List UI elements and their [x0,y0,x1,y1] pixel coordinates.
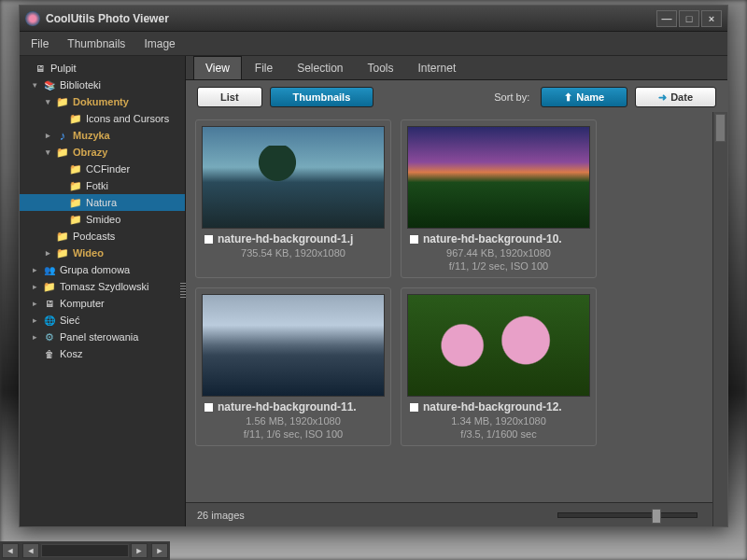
monitor-icon [33,62,48,75]
thumbnail-name: nature-hd-background-10. [423,232,588,245]
thumbnail-card[interactable]: nature-hd-background-1.j 735.54 KB, 1920… [195,119,391,278]
tree-komputer[interactable]: ▸Komputer [20,295,185,312]
computer-icon [42,297,57,310]
sort-by-label: Sort by: [494,91,529,103]
tree-dokumenty[interactable]: ▾Dokumenty [20,93,185,110]
tree-pulpit[interactable]: Pulpit [20,60,185,77]
thumbnail-image[interactable] [202,126,385,229]
tab-file[interactable]: File [244,57,284,79]
maximize-button[interactable]: □ [679,10,699,27]
folder-icon [68,179,83,192]
slider-knob[interactable] [652,509,661,524]
thumbnails-view-button[interactable]: Thumbnails [270,87,374,107]
music-icon [55,129,70,142]
thumbnail-image[interactable] [407,126,590,229]
tree-siec[interactable]: ▸Sieć [20,312,185,329]
thumbnail-info: 1.34 MB, 1920x1080 [409,415,588,427]
tree-podcasts[interactable]: Podcasts [20,228,185,245]
tree-grupa[interactable]: ▸Grupa domowa [20,261,185,278]
tree-kosz[interactable]: Kosz [20,345,185,362]
tab-internet[interactable]: Internet [407,57,468,79]
menubar: File Thumbnails Image [20,32,727,56]
folder-icon [68,196,83,209]
scroll-left-button[interactable]: ◄ [2,543,19,558]
main-tabs: View File Selection Tools Internet [186,56,727,80]
thumbnail-card[interactable]: nature-hd-background-11. 1.56 MB, 1920x1… [195,287,391,446]
menu-thumbnails[interactable]: Thumbnails [67,37,125,50]
app-window: CoolUtils Photo Viewer — □ × File Thumbn… [19,5,728,527]
thumbnail-name: nature-hd-background-12. [423,400,588,413]
titlebar[interactable]: CoolUtils Photo Viewer — □ × [20,6,727,32]
tree-biblioteki[interactable]: ▾Biblioteki [20,77,185,93]
folder-icon [68,162,83,175]
scroll-right-button[interactable]: ► [151,543,168,558]
folder-icon [55,146,70,159]
tree-natura[interactable]: Natura [20,194,185,211]
zoom-slider[interactable] [557,512,698,518]
thumbnail-grid: nature-hd-background-1.j 735.54 KB, 1920… [186,114,727,502]
scrollbar-thumb[interactable] [715,114,726,142]
main-panel: View File Selection Tools Internet List … [186,56,727,526]
sort-date-button[interactable]: Date [635,87,716,107]
thumbnail-exif: f/11, 1/6 sec, ISO 100 [204,428,383,440]
trash-icon [42,347,57,360]
group-icon [42,263,57,276]
tree-tomasz[interactable]: ▸Tomasz Szydlowski [20,278,185,295]
thumbnail-info: 967.44 KB, 1920x1080 [409,247,588,259]
toolbar: List Thumbnails Sort by: Name Date [186,80,727,114]
thumbnail-name: nature-hd-background-11. [218,400,383,413]
image-count: 26 images [197,510,557,521]
folder-icon [55,230,70,243]
thumbnail-info: 735.54 KB, 1920x1080 [204,247,383,259]
tab-selection[interactable]: Selection [286,57,354,79]
tree-ccfinder[interactable]: CCFinder [20,161,185,177]
arrow-up-icon [564,91,572,104]
scroll-right-button[interactable]: ► [131,543,148,558]
scroll-track[interactable] [41,544,129,557]
folder-icon [68,213,83,226]
tree-obrazy[interactable]: ▾Obrazy [20,144,185,161]
bottom-scrollbar: ◄ ◄ ► ► [0,541,170,560]
library-icon [42,78,57,91]
folder-icon [42,280,57,293]
arrow-right-icon [658,91,667,104]
tab-tools[interactable]: Tools [357,57,405,79]
thumbnail-exif: f/11, 1/2 sec, ISO 100 [409,260,588,272]
app-icon [25,11,40,26]
tree-muzyka[interactable]: ▸Muzyka [20,127,185,144]
folder-tree-sidebar: Pulpit ▾Biblioteki ▾Dokumenty Icons and … [20,56,186,526]
thumbnail-name: nature-hd-background-1.j [218,232,383,245]
menu-image[interactable]: Image [144,37,175,50]
tree-panel[interactable]: ▸Panel sterowania [20,329,185,345]
tree-wideo[interactable]: ▸Wideo [20,245,185,261]
thumbnail-card[interactable]: nature-hd-background-10. 967.44 KB, 1920… [401,119,597,278]
tree-fotki[interactable]: Fotki [20,177,185,194]
scroll-left-button[interactable]: ◄ [22,543,39,558]
thumbnail-checkbox[interactable] [204,234,214,245]
vertical-scrollbar[interactable] [712,112,727,526]
thumbnail-card[interactable]: nature-hd-background-12. 1.34 MB, 1920x1… [401,287,597,446]
thumbnail-checkbox[interactable] [409,234,419,245]
folder-icon [55,95,70,108]
tree-icons-cursors[interactable]: Icons and Cursors [20,110,185,127]
folder-icon [68,112,83,125]
network-icon [42,314,57,327]
statusbar: 26 images [186,502,727,526]
thumbnail-image[interactable] [202,294,385,397]
sort-name-button[interactable]: Name [541,87,627,107]
thumbnail-checkbox[interactable] [204,402,214,413]
thumbnail-exif: f/3.5, 1/1600 sec [409,428,588,440]
menu-file[interactable]: File [31,37,49,50]
close-button[interactable]: × [701,10,722,27]
thumbnail-info: 1.56 MB, 1920x1080 [204,415,383,427]
thumbnail-checkbox[interactable] [409,402,419,413]
tree-smideo[interactable]: Smideo [20,211,185,228]
list-view-button[interactable]: List [197,87,262,107]
control-panel-icon [42,330,57,343]
minimize-button[interactable]: — [656,10,677,27]
thumbnail-image[interactable] [407,294,590,397]
folder-icon [55,246,70,259]
tab-view[interactable]: View [193,56,242,79]
app-title: CoolUtils Photo Viewer [46,12,656,25]
